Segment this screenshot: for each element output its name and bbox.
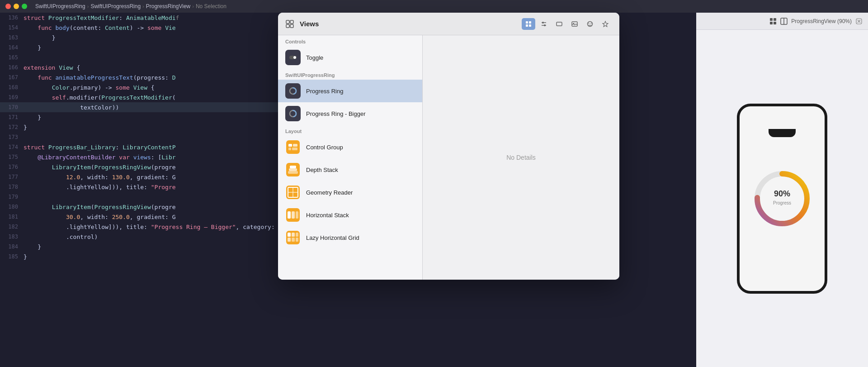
close-button[interactable] [5, 4, 11, 9]
depth-stack-icon [285, 162, 301, 177]
horizontal-stack-label: Horizontal Stack [306, 212, 349, 219]
grid-icon[interactable] [769, 18, 777, 25]
progress-ring-svg: 90% Progress [753, 169, 811, 228]
library-toolbar: Views [278, 13, 619, 35]
svg-rect-36 [286, 140, 300, 154]
filter-tab-emoji[interactable] [583, 18, 597, 30]
svg-rect-13 [286, 24, 289, 28]
preview-toolbar: ProgressRingView (90%) [696, 13, 868, 30]
filter-tab-rect[interactable] [552, 18, 566, 30]
depth-stack-label: Depth Stack [306, 167, 338, 173]
svg-rect-51 [292, 211, 295, 219]
progress-ring-icon [285, 83, 301, 99]
filter-tab-grid[interactable] [522, 18, 535, 30]
svg-point-22 [544, 24, 546, 26]
svg-rect-2 [770, 22, 773, 24]
breadcrumb-folder[interactable]: SwiftUIProgressRing [90, 3, 141, 10]
toggle-label: Toggle [306, 54, 323, 61]
maximize-button[interactable] [22, 4, 27, 9]
svg-rect-37 [288, 144, 292, 147]
svg-point-27 [589, 23, 590, 24]
svg-rect-23 [557, 22, 562, 26]
svg-rect-50 [288, 211, 291, 219]
preview-label: ProgressRingView (90%) [791, 18, 852, 24]
titlebar: SwiftUIProgressRing › SwiftUIProgressRin… [0, 0, 868, 13]
progress-ring-label: Progress Ring [306, 88, 343, 95]
lazy-horizontal-grid-label: Lazy Horizontal Grid [306, 234, 359, 241]
control-group-icon [285, 139, 301, 155]
lazy-horizontal-grid-icon [285, 230, 301, 245]
filter-tab-sliders[interactable] [537, 18, 551, 30]
svg-text:Progress: Progress [773, 200, 791, 205]
svg-rect-44 [290, 166, 296, 168]
filter-tab-photo[interactable] [568, 18, 581, 30]
list-item-horizontal-stack[interactable]: Horizontal Stack [278, 204, 422, 226]
svg-marker-29 [603, 21, 608, 27]
svg-rect-0 [770, 18, 773, 21]
svg-rect-54 [288, 233, 291, 237]
library-list[interactable]: Controls Toggle SwiftUIProgressRing [278, 35, 423, 280]
list-item-lazy-horizontal-grid[interactable]: Lazy Horizontal Grid [278, 226, 422, 249]
preview-close-icon[interactable] [855, 18, 863, 25]
preview-canvas: 90% Progress [696, 30, 868, 367]
progress-ring-bigger-icon [285, 106, 301, 121]
split-icon[interactable] [780, 18, 788, 25]
progress-ring-bigger-label: Progress Ring - Bigger [306, 110, 366, 117]
list-item-progress-ring-bigger[interactable]: Progress Ring - Bigger [278, 102, 422, 125]
svg-rect-15 [526, 21, 528, 24]
library-detail: No Details [423, 35, 619, 280]
svg-rect-3 [774, 22, 776, 24]
svg-point-28 [591, 23, 592, 24]
svg-rect-18 [529, 24, 531, 27]
svg-rect-38 [293, 144, 297, 147]
svg-rect-40 [292, 148, 297, 150]
svg-point-20 [542, 22, 544, 24]
section-controls: Controls [278, 35, 422, 46]
svg-rect-17 [526, 24, 528, 27]
svg-rect-56 [296, 233, 298, 237]
geometry-reader-label: Geometry Reader [306, 189, 353, 196]
breadcrumb-file[interactable]: ProgressRingView [146, 3, 191, 10]
preview-panel: ProgressRingView (90%) [696, 13, 868, 367]
svg-rect-1 [774, 18, 776, 21]
svg-rect-39 [288, 148, 291, 150]
svg-rect-58 [292, 238, 295, 242]
breadcrumb: SwiftUIProgressRing › SwiftUIProgressRin… [35, 3, 226, 10]
no-details-text: No Details [506, 154, 536, 161]
svg-rect-43 [289, 168, 297, 171]
svg-text:90%: 90% [774, 189, 790, 198]
library-panel: Views [278, 13, 619, 280]
list-item-progress-ring[interactable]: Progress Ring [278, 80, 422, 102]
svg-rect-42 [288, 171, 298, 174]
geometry-reader-icon [285, 185, 301, 200]
svg-rect-16 [529, 21, 531, 24]
breadcrumb-selection: No Selection [196, 3, 226, 10]
horizontal-stack-icon [285, 207, 301, 223]
library-title: Views [300, 20, 516, 28]
svg-rect-59 [296, 238, 298, 242]
svg-rect-14 [290, 24, 293, 28]
svg-rect-57 [288, 238, 291, 242]
svg-point-31 [293, 56, 296, 59]
svg-rect-12 [290, 20, 293, 24]
section-swiftuiprogressring: SwiftUIProgressRing [278, 69, 422, 80]
section-layout: Layout [278, 125, 422, 136]
svg-rect-11 [286, 20, 289, 24]
filter-tab-star[interactable] [599, 18, 612, 30]
filter-tabs [522, 18, 612, 30]
svg-rect-55 [292, 233, 295, 237]
list-item-depth-stack[interactable]: Depth Stack [278, 158, 422, 181]
list-item-control-group[interactable]: Control Group [278, 136, 422, 158]
list-item-toggle[interactable]: Toggle [278, 46, 422, 69]
minimize-button[interactable] [14, 4, 19, 9]
toggle-icon [285, 50, 301, 65]
control-group-label: Control Group [306, 144, 343, 151]
library-content: Controls Toggle SwiftUIProgressRing [278, 35, 619, 280]
library-views-icon [285, 19, 294, 29]
breadcrumb-project[interactable]: SwiftUIProgressRing [35, 3, 85, 10]
list-item-geometry-reader[interactable]: Geometry Reader [278, 181, 422, 204]
svg-rect-52 [296, 211, 298, 219]
